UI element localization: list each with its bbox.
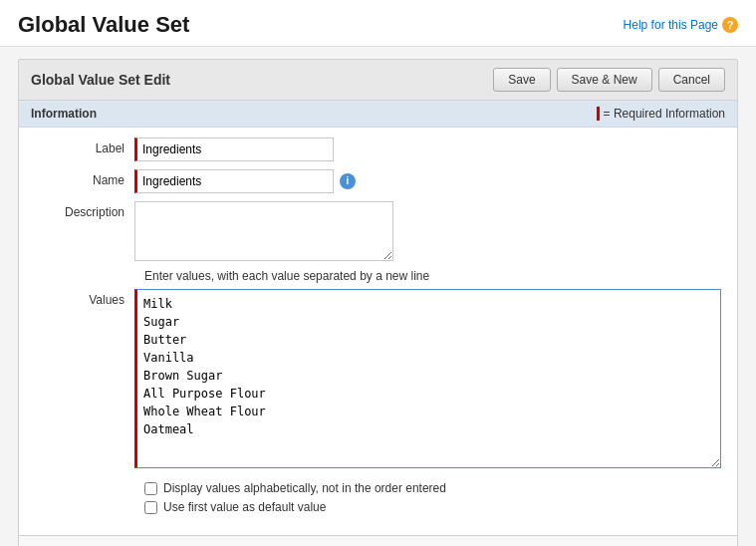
label-input[interactable]	[134, 137, 334, 161]
section-title: Information	[31, 107, 97, 121]
description-row: Description	[35, 201, 721, 261]
required-note: = Required Information	[597, 107, 725, 121]
label-field-label: Label	[35, 137, 134, 155]
name-input[interactable]	[134, 169, 334, 193]
description-label: Description	[35, 201, 134, 219]
checkbox1-row: Display values alphabetically, not in th…	[144, 481, 721, 495]
values-row: Values	[35, 289, 721, 471]
bottom-buttons-group: Save Save & New Cancel	[19, 535, 737, 546]
required-bar-icon	[597, 107, 600, 121]
values-section: Enter values, with each value separated …	[35, 269, 721, 471]
values-textarea[interactable]	[134, 289, 721, 468]
label-field-wrap	[134, 137, 721, 161]
help-icon: ?	[722, 17, 738, 33]
name-field-label: Name	[35, 169, 134, 187]
label-row: Label	[35, 137, 721, 161]
page-header: Global Value Set Help for this Page ?	[0, 0, 756, 47]
name-row: Name i	[35, 169, 721, 193]
form-panel: Global Value Set Edit Save Save & New Ca…	[18, 59, 738, 546]
section-header: Information = Required Information	[19, 101, 737, 128]
values-container	[134, 289, 721, 471]
page-title: Global Value Set	[18, 12, 189, 38]
help-link[interactable]: Help for this Page ?	[624, 17, 738, 33]
panel-header: Global Value Set Edit Save Save & New Ca…	[19, 60, 737, 101]
checkbox2-row: Use first value as default value	[144, 500, 721, 514]
top-buttons-group: Save Save & New Cancel	[493, 68, 725, 92]
default-value-checkbox[interactable]	[144, 501, 157, 514]
values-instruction: Enter values, with each value separated …	[144, 269, 721, 283]
values-label: Values	[35, 289, 134, 307]
panel-header-title: Global Value Set Edit	[31, 72, 170, 88]
checkboxes-area: Display values alphabetically, not in th…	[144, 481, 721, 514]
checkbox1-label[interactable]: Display values alphabetically, not in th…	[163, 481, 446, 495]
content-area: Global Value Set Edit Save Save & New Ca…	[0, 47, 756, 546]
required-text: = Required Information	[604, 107, 725, 121]
description-wrap	[134, 201, 721, 261]
name-field-wrap: i	[134, 169, 721, 193]
form-body: Label Name i Description	[19, 128, 737, 535]
top-cancel-button[interactable]: Cancel	[658, 68, 725, 92]
top-save-button[interactable]: Save	[493, 68, 550, 92]
alphabetical-checkbox[interactable]	[144, 482, 157, 495]
description-textarea[interactable]	[134, 201, 393, 261]
help-link-text: Help for this Page	[624, 18, 718, 32]
name-info-icon[interactable]: i	[340, 173, 356, 189]
top-save-new-button[interactable]: Save & New	[557, 68, 652, 92]
checkbox2-label[interactable]: Use first value as default value	[163, 500, 326, 514]
